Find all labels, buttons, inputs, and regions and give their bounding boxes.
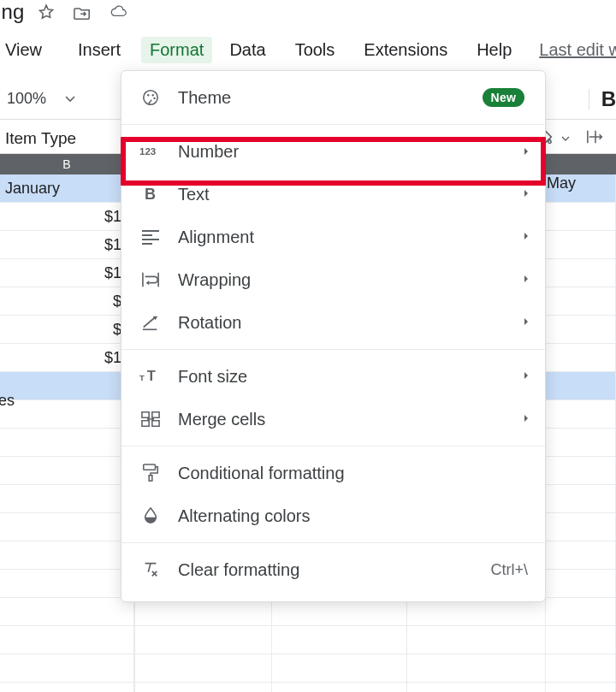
menu-item-label: Rotation [178,313,242,333]
menu-item-label: Font size [178,367,247,387]
menu-view[interactable]: View [0,37,50,63]
svg-point-2 [152,94,154,96]
cell[interactable]: $3 [0,287,134,315]
cell[interactable]: $11 [0,259,134,287]
move-to-folder-icon[interactable] [73,3,92,21]
menu-separator [121,542,545,543]
format-menu: Theme New 123 Number B Text Alignment Wr… [121,70,546,602]
new-badge: New [483,88,524,107]
menu-insert[interactable]: Insert [69,37,129,63]
menu-data[interactable]: Data [221,37,274,63]
menu-item-label: Merge cells [178,410,265,429]
cell[interactable]: January [0,174,134,202]
menu-item-conditional-formatting[interactable]: Conditional formatting [121,452,545,494]
menu-item-label: Theme [178,88,231,108]
cloud-status-icon[interactable] [109,3,127,21]
align-left-icon [139,225,163,249]
zoom-select[interactable]: 100% [7,90,75,108]
palette-icon [139,86,163,109]
menu-item-label: Text [178,185,210,204]
menu-extensions[interactable]: Extensions [355,37,456,63]
wrap-icon [139,268,163,292]
menu-item-clear-formatting[interactable]: Clear formatting Ctrl+\ [121,548,545,591]
menu-separator [121,124,545,125]
menu-item-alternating-colors[interactable]: Alternating colors [121,494,545,537]
submenu-caret-icon [523,229,530,245]
cell[interactable]: $11 [0,231,134,258]
menu-item-label: Wrapping [178,270,251,290]
svg-rect-8 [144,464,156,470]
cell[interactable] [0,372,134,399]
table-row[interactable] [0,654,616,683]
menu-help[interactable]: Help [468,37,520,63]
submenu-caret-icon [523,186,530,202]
menu-item-label: Clear formatting [178,560,299,580]
cell[interactable]: $15 [0,203,134,230]
svg-point-3 [153,98,155,99]
zoom-value: 100% [7,90,46,108]
menu-separator [121,349,545,350]
menu-item-label: Alignment [178,228,254,247]
menu-item-merge-cells[interactable]: Merge cells [121,398,545,441]
svg-text:123: 123 [139,146,156,157]
svg-point-0 [144,91,158,105]
menu-item-theme[interactable]: Theme New [121,76,545,119]
cell[interactable]: $12 [0,344,134,371]
menu-item-label: Conditional formatting [178,464,345,483]
svg-text:B: B [145,186,156,203]
paint-roller-icon [139,461,163,485]
toolbar-separator [589,89,589,109]
cell[interactable]: $2 [0,316,134,343]
column-header-right[interactable] [542,154,616,174]
last-edit-link[interactable]: Last edit was [539,40,616,60]
menu-item-wrapping[interactable]: Wrapping [121,258,545,301]
number-123-icon: 123 [139,139,163,163]
merge-cells-icon [139,407,163,431]
svg-text:T: T [139,373,145,382]
column-header-b[interactable]: B [0,154,134,174]
caret-down-icon [65,96,75,103]
menu-item-alignment[interactable]: Alignment [121,216,545,258]
submenu-caret-icon [523,272,530,287]
clear-format-icon [139,558,163,582]
menu-tools[interactable]: Tools [287,37,344,63]
font-size-icon: TT [139,364,163,388]
bold-b-icon: B [139,182,163,206]
droplet-icon [139,504,163,528]
rotation-icon [139,311,163,334]
name-box[interactable]: Item Type [5,129,76,148]
doc-title-fragment: ing [0,0,25,24]
submenu-caret-icon [523,411,530,427]
svg-rect-9 [149,476,152,481]
menu-format[interactable]: Format [141,37,212,63]
cell[interactable]: May [542,174,616,192]
svg-text:T: T [147,368,156,383]
star-icon[interactable] [37,3,56,21]
menu-item-rotation[interactable]: Rotation [121,301,545,344]
submenu-caret-icon [523,369,530,384]
menu-item-label: Alternating colors [178,506,311,526]
overflow-wrap-icon[interactable] [585,127,606,150]
bold-button[interactable]: B [601,87,616,111]
table-row[interactable] [0,626,616,654]
menu-item-label: Number [178,142,239,162]
menu-item-text[interactable]: B Text [121,173,545,216]
menu-item-font-size[interactable]: TT Font size [121,355,545,398]
truncated-row-label: es [0,392,15,410]
menu-separator [121,446,545,447]
menu-item-number[interactable]: 123 Number [121,130,545,173]
submenu-caret-icon [523,315,530,330]
menu-item-shortcut: Ctrl+\ [490,561,528,579]
svg-point-1 [147,94,149,96]
table-row[interactable] [0,683,616,692]
submenu-caret-icon [523,146,530,157]
caret-down-icon [561,136,570,142]
